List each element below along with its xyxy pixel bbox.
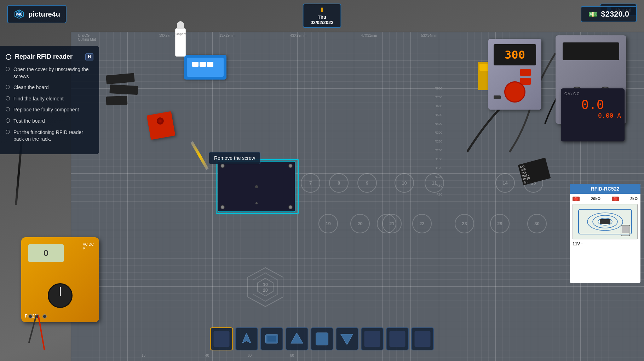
svg-rect-14	[622, 226, 629, 233]
voltage-display: C.V / C.C 0.0 0.00 A	[561, 88, 625, 141]
white-piece-3	[207, 62, 213, 67]
multimeter-body: 0 AC DC V FI 122	[21, 237, 99, 322]
num-circle-22: 22	[412, 214, 432, 233]
cv-label: C.V / C.C	[564, 92, 621, 96]
logo-area: P4U picture4u	[7, 5, 67, 23]
svg-marker-2	[258, 278, 273, 296]
svg-text:10: 10	[263, 282, 268, 287]
rfid-info-panel: RFID-RC522 🔴 20kΩ 🔴 2kΩ 11V -	[570, 184, 640, 283]
rubber-piece-3	[106, 96, 128, 105]
rfid-info-title: RFID-RC522	[570, 184, 640, 194]
multimeter-dial[interactable]	[48, 283, 73, 308]
date-day: Thu	[318, 14, 326, 20]
pause-icon: ⏸	[319, 6, 325, 14]
pause-button[interactable]: ⏸ Thu 02/02/2023	[303, 4, 341, 28]
dim-label-4: 47X31mm	[361, 34, 377, 37]
rubber-piece-2	[109, 85, 138, 95]
money-area: 💵 $2320.0	[581, 6, 637, 22]
port-1	[28, 314, 33, 319]
rfid-circuit-preview	[573, 204, 638, 239]
scale-60: 60	[248, 354, 252, 357]
dim-label-5: 53X34mm	[421, 34, 437, 37]
rfid-board[interactable]	[218, 161, 295, 212]
tooltip: Remove the screw	[209, 152, 260, 164]
logo-icon: P4U	[13, 8, 25, 20]
svg-text:20: 20	[263, 288, 268, 293]
toolbar-slot-4[interactable]	[286, 327, 309, 350]
task-circle-5	[6, 118, 10, 123]
multimeter-labels: AC DC V	[83, 243, 94, 250]
screw-tr[interactable]	[288, 164, 293, 168]
rfid-res1-value: 20kΩ	[591, 197, 600, 201]
task-label-2: Clean the board	[13, 84, 49, 91]
multimeter-screen: 0	[28, 244, 64, 262]
temp-switch[interactable]	[494, 95, 501, 99]
r-label-800: R800	[435, 87, 442, 90]
power-main-display	[563, 42, 619, 60]
volt-reading: 0.0	[564, 97, 621, 112]
white-piece-1	[192, 62, 199, 67]
task-label-6: Put the functioning RFID reader back on …	[13, 129, 93, 143]
hint-badge[interactable]: H	[85, 53, 93, 60]
toolbar-item-5	[314, 331, 330, 347]
toolbar-slot-9[interactable]	[411, 327, 434, 350]
multimeter-reading: 0	[44, 248, 48, 258]
task-label-4: Replace the faulty component	[13, 106, 79, 113]
logo-text: picture4u	[28, 10, 60, 18]
r-label-400: R400	[435, 122, 442, 126]
rfid-voltage-label: 11V -	[573, 241, 638, 246]
rubber-piece-1	[106, 73, 135, 85]
money-icon: 💵	[588, 10, 597, 18]
toolbar-item-6	[339, 331, 355, 347]
screw-tl[interactable]	[220, 164, 225, 168]
task-circle-6	[6, 130, 10, 134]
dial-indicator	[60, 287, 61, 296]
dim-label-2: 13X29mm	[219, 34, 236, 37]
mat-label: UralCGCutting Mat	[78, 34, 96, 41]
toolbar-slot-6[interactable]	[336, 327, 359, 350]
dim-label-1: 39X27mm	[159, 34, 176, 37]
r-label-200: R200	[435, 149, 442, 152]
task-panel: Repair RFID reader H Open the cover by u…	[0, 46, 99, 154]
task-item-3: Find the faulty element	[6, 95, 93, 103]
r-label-150: R150	[435, 157, 442, 161]
top-bar: P4U picture4u ⏸ Thu 02/02/2023 💵 $2320.0	[0, 0, 644, 28]
temp-reading: 300	[505, 48, 525, 62]
main-task-label: Repair RFID reader	[15, 53, 73, 60]
toolbar-item-4	[289, 331, 305, 347]
date-full: 02/02/2023	[310, 20, 333, 25]
temp-knob[interactable]	[504, 81, 525, 103]
main-task: Repair RFID reader H	[6, 53, 93, 60]
tooltip-text: Remove the screw	[214, 155, 255, 161]
toolbar-slot-1[interactable]	[210, 327, 233, 350]
toolbar-slot-5[interactable]	[311, 327, 334, 350]
rfid-res2-badge: 🔴	[612, 197, 619, 201]
num-circle-30: 30	[527, 214, 547, 233]
screw-br[interactable]	[288, 205, 293, 209]
num-circle-7: 7	[301, 173, 320, 193]
toolbar-slot-3[interactable]	[260, 327, 283, 350]
num-circle-29: 29	[490, 214, 510, 233]
num-circle-20: 20	[350, 214, 370, 233]
rfid-res2-value: 2kΩ	[630, 197, 638, 201]
temp-up-button[interactable]	[520, 69, 531, 76]
main-task-circle	[6, 54, 11, 60]
svg-marker-15	[242, 333, 251, 343]
num-circle-9: 9	[357, 173, 377, 193]
svg-text:P4U: P4U	[16, 12, 22, 16]
task-item-5: Test the board	[6, 118, 93, 125]
toolbar-item-8	[390, 331, 406, 347]
task-circle-3	[6, 96, 10, 100]
screw-bl[interactable]	[220, 205, 225, 209]
rfid-info-body: 🔴 20kΩ 🔴 2kΩ 11V -	[570, 194, 640, 249]
r-label-300: R300	[435, 131, 442, 134]
r-label-60: R60	[436, 193, 442, 196]
temp-display: 300	[494, 44, 536, 65]
toolbar-slot-7[interactable]	[361, 327, 384, 350]
toolbar-slot-2[interactable]	[235, 327, 258, 350]
toolbar-slot-8[interactable]	[386, 327, 409, 350]
svg-rect-12	[600, 219, 610, 224]
board-center	[255, 185, 258, 188]
scale-13: 13	[142, 354, 145, 357]
num-circle-10: 10	[395, 173, 414, 193]
